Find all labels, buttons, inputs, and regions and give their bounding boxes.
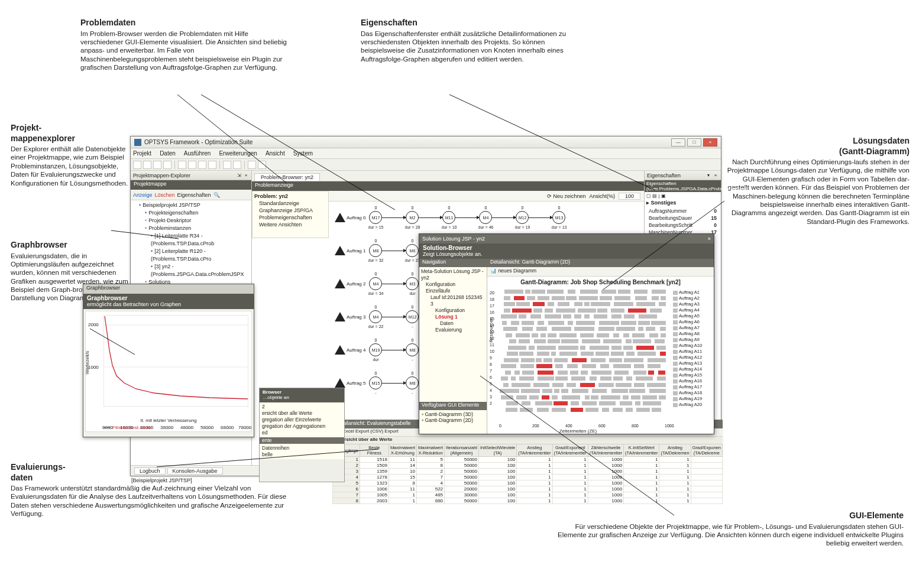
tb-icon[interactable] (188, 161, 196, 169)
sol-frame-title[interactable]: Solution Lösung JSP - yn2× (419, 234, 714, 243)
menu-item[interactable]: Daten (160, 150, 176, 157)
menu-item[interactable]: Ansicht (266, 150, 285, 157)
ann-problemdaten: ProblemdatenIm Problem-Browser werden di… (80, 18, 287, 72)
tb-icon[interactable] (233, 161, 241, 169)
eval-table[interactable]: DurchgängeBeste FitnessMaximalwert X-Erh… (332, 444, 723, 504)
new-diagram-button[interactable]: neues Diagramm (498, 268, 536, 274)
sol-header: Solution-BrowserZeigt Lösungsobjekte an. (419, 243, 714, 259)
solution-browser-window[interactable]: Solution Lösung JSP - yn2× Solution-Brow… (419, 233, 714, 434)
eigenschaften-button[interactable]: Eigenschaften (177, 192, 211, 198)
loeschen-button[interactable]: Löschen (155, 192, 175, 198)
tb-icon[interactable] (198, 161, 206, 169)
gb-frame-title[interactable]: Graphbrowser (83, 284, 254, 294)
eval-side-browser[interactable]: Browser…objekte an 2ersicht über alle We… (259, 388, 345, 482)
close-icon[interactable]: × (708, 236, 711, 242)
tb-icon[interactable] (153, 161, 161, 169)
dropdown-icon[interactable]: ▾ (705, 173, 711, 178)
zoom-label: Ansicht(%) (589, 193, 615, 199)
close-icon[interactable]: × (243, 173, 249, 178)
tb-icon[interactable] (178, 161, 186, 169)
gantt-legend: Auftrag A1Auftrag A2Auftrag A3Auftrag A4… (673, 290, 712, 408)
menu-item[interactable]: Erweiterungen (219, 150, 257, 157)
gb-plot: 2000 1000 Wartezeit/s 800018000280003800… (85, 311, 252, 432)
props-paneltitle: Eigenschaften▾× (645, 171, 721, 180)
tab-problem-browser[interactable]: Problem-Browser: yn2 (254, 173, 320, 181)
status-project: [Beispielprojekt JSP/TSP] (131, 477, 192, 483)
zoom-input[interactable]: 100 (619, 193, 640, 200)
menu-item[interactable]: System (293, 150, 313, 157)
tb-icon[interactable] (248, 161, 256, 169)
close-icon[interactable]: × (713, 173, 718, 178)
sol-gui-list[interactable]: Gantt-Diagramm (3D)Gantt-Diagramm (2D) (419, 410, 487, 434)
menubar: Projekt Daten Ausführen Erweiterungen An… (131, 148, 721, 159)
status-tab[interactable]: Logbuch (134, 467, 166, 475)
svg-rect-0 (103, 315, 248, 407)
status-tab[interactable]: Konsolen-Ausgabe (167, 467, 223, 475)
tabrow: Problem-Browser: yn2 (252, 171, 644, 181)
close-button[interactable]: × (703, 138, 717, 147)
anzeige-button[interactable]: Anzeige (133, 192, 153, 198)
menu-item[interactable]: Projekt (133, 150, 151, 157)
gantt-chart[interactable]: Gantt-Diagramm: Job Shop Scheduling Benc… (487, 277, 714, 434)
ann-eigenschaften: EigenschaftenDas Eigenschaftenfenster en… (361, 18, 580, 63)
tb-icon[interactable] (133, 161, 141, 169)
app-icon (134, 139, 141, 146)
explorer-strip: Projektmappe (131, 180, 251, 190)
maximize-button[interactable]: □ (687, 138, 701, 147)
plot-svg (103, 315, 248, 407)
gb-header: Graphbrowserermöglicht das Betrachten vo… (83, 294, 254, 309)
view-selector[interactable]: Problem: yn2 StandardanzeigeGraphanzeige… (252, 191, 329, 238)
tb-icon[interactable] (163, 161, 171, 169)
explorer-paneltitle: Projektmappen-Explorer⇲× (131, 171, 251, 180)
tb-icon[interactable] (143, 161, 151, 169)
graphbrowser-window[interactable]: Graphbrowser Graphbrowserermöglicht das … (83, 284, 254, 437)
problem-strip: Problemanzeige (252, 181, 644, 191)
pin-icon[interactable]: ⇲ (236, 173, 242, 178)
menu-item[interactable]: Ausführen (184, 150, 211, 157)
minimize-button[interactable]: — (671, 138, 685, 147)
sol-nav-tree[interactable]: Meta-Solution Lösung JSP - yn2 Konfigura… (419, 267, 487, 402)
props-table[interactable]: AuftragsNummer0BearbeitungsDauer15Bearbe… (646, 207, 719, 236)
tb-icon[interactable] (258, 161, 266, 169)
toolbar (131, 159, 721, 171)
ann-explorer: Projekt- mappenexplorerDer Explorer enth… (11, 123, 129, 187)
search-icon[interactable]: 🔍 (213, 192, 220, 198)
explorer-toolbar: Anzeige Löschen Eigenschaften 🔍 (131, 190, 251, 200)
ann-guielemente: GUI-ElementeFür verschiedene Objekte der… (555, 511, 904, 548)
app-title: OPTSYS Framework - Optimization Suite (144, 139, 253, 145)
titlebar[interactable]: OPTSYS Framework - Optimization Suite — … (131, 137, 721, 148)
redraw-button[interactable]: ⟳ Neu zeichnen (547, 193, 586, 199)
ann-loesungsdaten: Lösungsdaten (Gantt-Diagramm)Nach Durchf… (726, 136, 909, 226)
tb-icon[interactable] (208, 161, 216, 169)
sol-toolbar: 📊 neues Diagramm (487, 267, 714, 277)
tb-icon[interactable] (223, 161, 231, 169)
